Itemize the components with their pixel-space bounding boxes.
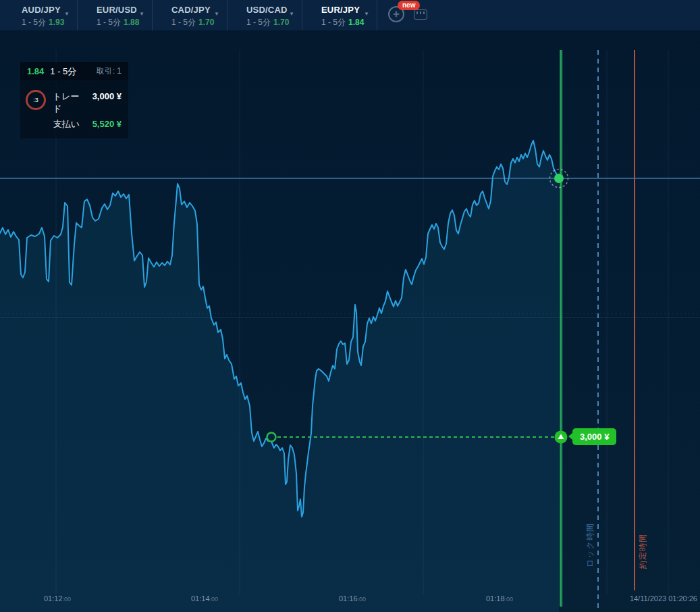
- asset-timeframe-payout: 1 - 5分1.93: [22, 17, 77, 28]
- x-axis-tick: 01:12:00: [44, 594, 71, 603]
- trade-amount-row: トレード 3,000 ¥: [53, 91, 122, 115]
- asset-payout: 1.93: [49, 18, 64, 27]
- deals-count: 取引: 1: [97, 66, 122, 77]
- payout-rate: 1.84: [27, 66, 44, 76]
- lock-time-label: ロック時間: [585, 523, 596, 567]
- asset-tab-USD-CAD[interactable]: USD/CAD▼1 - 5分1.70: [227, 0, 302, 30]
- chevron-down-icon[interactable]: ▼: [139, 11, 144, 17]
- x-axis-tick: 01:16:00: [339, 594, 366, 603]
- asset-payout: 1.88: [124, 18, 139, 27]
- open-trade-panel[interactable]: 1.84 1 - 5分 取引: 1 :3 トレード 3,000 ¥ 支払い 5,…: [20, 62, 128, 138]
- entry-point-ring: [267, 433, 276, 442]
- trade-value: 3,000 ¥: [84, 91, 122, 101]
- payout-value: 5,520 ¥: [80, 119, 122, 129]
- trade-timeframe: 1 - 5分: [50, 66, 76, 78]
- asset-timeframe-payout: 1 - 5分1.70: [171, 17, 227, 28]
- trade-panel-header: 1.84 1 - 5分 取引: 1: [20, 62, 128, 80]
- countdown-timer-icon: :3: [26, 90, 46, 110]
- x-axis-tick: 01:18:00: [486, 594, 513, 603]
- asset-tabs: AUD/JPY▼1 - 5分1.93EUR/USD▼1 - 5分1.88CAD/…: [3, 0, 377, 30]
- chevron-down-icon[interactable]: ▼: [364, 11, 369, 17]
- chevron-down-icon[interactable]: ▼: [289, 11, 294, 17]
- new-badge: new: [398, 1, 420, 10]
- tournaments-button calendar-icon[interactable]: [414, 9, 427, 20]
- asset-payout: 1.84: [348, 18, 364, 27]
- asset-payout: 1.70: [198, 18, 214, 27]
- trade-panel-body: :3 トレード 3,000 ¥ 支払い 5,520 ¥: [20, 80, 128, 138]
- asset-tab-AUD-JPY[interactable]: AUD/JPY▼1 - 5分1.93: [3, 0, 78, 30]
- asset-tab-EUR-JPY[interactable]: EUR/JPY▼1 - 5分1.84: [302, 0, 377, 30]
- asset-top-bar: AUD/JPY▼1 - 5分1.93EUR/USD▼1 - 5分1.88CAD/…: [0, 0, 700, 30]
- trading-app: AUD/JPY▼1 - 5分1.93EUR/USD▼1 - 5分1.88CAD/…: [0, 0, 700, 612]
- chevron-down-icon[interactable]: ▼: [64, 11, 70, 17]
- chevron-down-icon[interactable]: ▼: [214, 11, 219, 17]
- investment-amount-pill: 3,000 ¥: [572, 428, 616, 445]
- trade-label: トレード: [53, 91, 84, 115]
- asset-timeframe-payout: 1 - 5分1.88: [97, 17, 152, 28]
- current-price-dot: [554, 174, 564, 183]
- payout-label: 支払い: [53, 118, 80, 130]
- payout-row: 支払い 5,520 ¥: [53, 118, 122, 130]
- asset-tab-CAD-JPY[interactable]: CAD/JPY▼1 - 5分1.70: [153, 0, 227, 30]
- asset-timeframe-payout: 1 - 5分1.70: [246, 17, 302, 28]
- current-datetime: 14/11/2023 01:20:26: [630, 594, 697, 603]
- asset-tab-EUR-USD[interactable]: EUR/USD▼1 - 5分1.88: [78, 0, 153, 30]
- x-axis-tick: 01:14:00: [191, 594, 218, 603]
- expiry-time-label: 約定時間: [637, 534, 649, 569]
- countdown-value: :3: [33, 97, 38, 103]
- asset-payout: 1.70: [273, 18, 289, 27]
- asset-timeframe-payout: 1 - 5分1.84: [321, 17, 377, 28]
